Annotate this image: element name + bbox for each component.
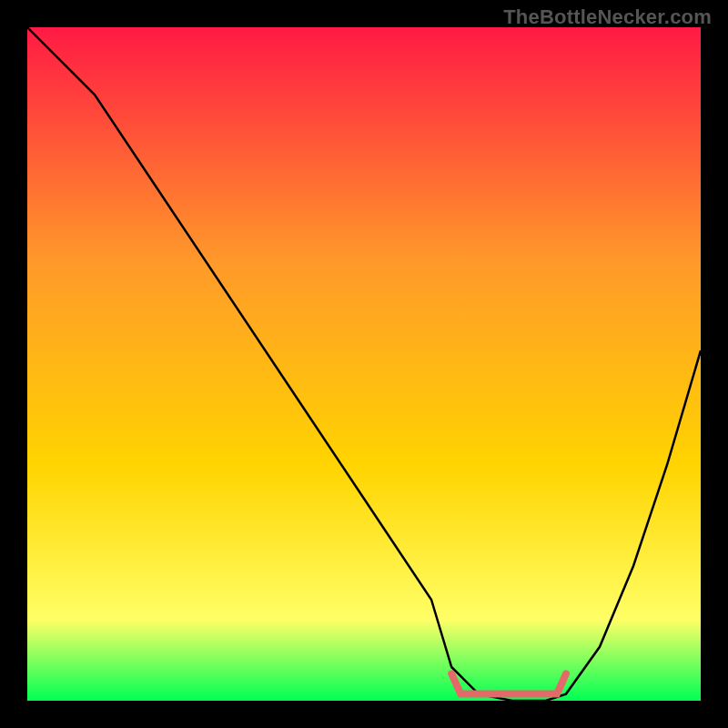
- bottleneck-chart: [27, 27, 701, 701]
- gradient-background: [27, 27, 701, 701]
- watermark-text: TheBottleNecker.com: [503, 5, 712, 29]
- chart-container: [27, 27, 701, 701]
